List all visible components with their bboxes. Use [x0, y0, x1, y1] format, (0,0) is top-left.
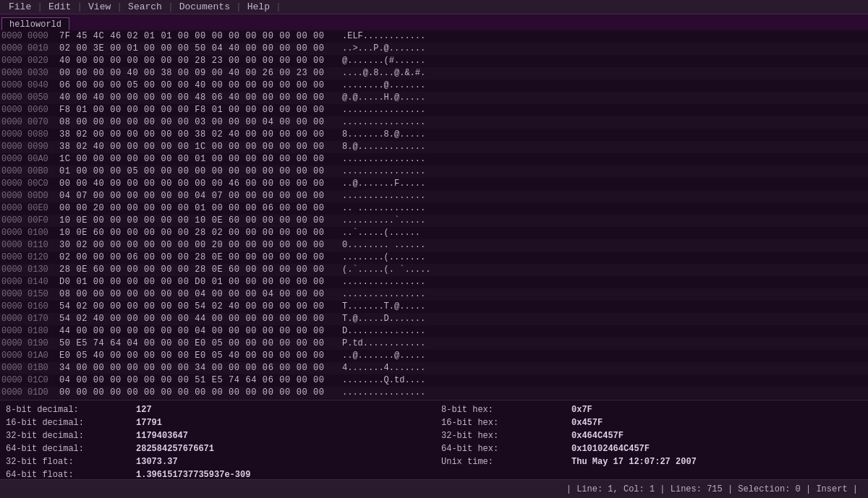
hex-bytes[interactable]: 7F 45 4C 46 02 01 01 00 00 00 00 00 00 0…	[59, 30, 338, 43]
hex-bytes[interactable]: E0 05 40 00 00 00 00 00 E0 05 40 00 00 0…	[59, 350, 338, 362]
hex-row[interactable]: 0000 00D004 07 00 00 00 00 00 00 04 07 0…	[0, 190, 868, 202]
hex-row[interactable]: 0000 00F010 0E 00 00 00 00 00 00 10 0E 6…	[0, 215, 868, 227]
hex-ascii: @.......(#......	[338, 55, 425, 67]
hex-row[interactable]: 0000 010010 0E 60 00 00 00 00 00 28 02 0…	[0, 227, 868, 239]
hex-row[interactable]: 0000 012002 00 00 00 06 00 00 00 28 0E 0…	[0, 252, 868, 264]
hex-row[interactable]: 0000 01D000 00 00 00 00 00 00 00 00 00 0…	[0, 387, 868, 399]
hex-bytes[interactable]: 50 E5 74 64 04 00 00 00 E0 05 00 00 00 0…	[59, 338, 338, 350]
hex-row[interactable]: 0000 00C000 00 40 00 00 00 00 00 00 00 4…	[0, 178, 868, 190]
menu-view[interactable]: View	[82, 0, 116, 14]
hex-ascii: 4.......4.......	[338, 362, 425, 374]
hex-row[interactable]: 0000 00A01C 00 00 00 00 00 00 00 01 00 0…	[0, 153, 868, 166]
hex-bytes[interactable]: 00 00 20 00 00 00 00 00 01 00 00 00 06 0…	[59, 202, 338, 215]
hex-row[interactable]: 0000 004006 00 00 00 05 00 00 00 40 00 0…	[0, 80, 868, 92]
statusbar: | Line: 1, Col: 1 | Lines: 715 | Selecti…	[0, 479, 868, 498]
hex-bytes[interactable]: 08 00 00 00 00 00 00 00 04 00 00 00 04 0…	[59, 288, 338, 301]
hex-bytes[interactable]: 38 02 40 00 00 00 00 00 1C 00 00 00 00 0…	[59, 141, 338, 153]
hex-bytes[interactable]: 00 00 00 00 40 00 38 00 09 00 40 00 26 0…	[59, 67, 338, 80]
hex-bytes[interactable]: 34 00 00 00 00 00 00 00 34 00 00 00 06 0…	[59, 362, 338, 374]
menu-sep-1: |	[37, 0, 43, 14]
hex-bytes[interactable]: D0 01 00 00 00 00 00 00 D0 01 00 00 00 0…	[59, 276, 338, 288]
hex-row[interactable]: 0000 00E000 00 20 00 00 00 00 00 01 00 0…	[0, 202, 868, 215]
hex-bytes[interactable]: 38 02 00 00 00 00 00 00 38 02 40 00 00 0…	[59, 129, 338, 141]
float64-value: 1.396151737735937e-309	[136, 470, 250, 480]
menu-documents[interactable]: Documents	[174, 0, 236, 14]
hex-bytes[interactable]: 54 02 40 00 00 00 00 00 44 00 00 00 00 0…	[59, 313, 338, 325]
bit16-decimal-label: 16-bit decimal:	[6, 418, 136, 428]
hex-bytes[interactable]: 40 00 00 00 00 00 00 00 28 23 00 00 00 0…	[59, 55, 338, 67]
menu-help[interactable]: Help	[242, 0, 276, 14]
hex-bytes[interactable]: 28 0E 60 00 00 00 00 00 28 0E 60 00 00 0…	[59, 264, 338, 276]
hex-ascii: ........Q.td....	[338, 374, 425, 387]
hex-address: 0000 01D0	[1, 387, 59, 399]
bit32-decimal-value: 1179403647	[136, 431, 188, 441]
hex-row[interactable]: 0000 003000 00 00 00 40 00 38 00 09 00 4…	[0, 67, 868, 80]
hex-row[interactable]: 0000 0060F8 01 00 00 00 00 00 00 F8 01 0…	[0, 104, 868, 116]
menu-sep-6: |	[276, 0, 281, 14]
hex-row[interactable]: 0000 01B034 00 00 00 00 00 00 00 34 00 0…	[0, 362, 868, 374]
bit8-decimal-value: 127	[136, 405, 152, 415]
hex-row[interactable]: 0000 013028 0E 60 00 00 00 00 00 28 0E 6…	[0, 264, 868, 276]
menu-file[interactable]: File	[3, 0, 37, 14]
hex-row[interactable]: 0000 01C004 00 00 00 00 00 00 00 51 E5 7…	[0, 374, 868, 387]
hex-address: 0000 0150	[1, 288, 59, 301]
hex-bytes[interactable]: 44 00 00 00 00 00 00 00 04 00 00 00 00 0…	[59, 325, 338, 338]
menu-search[interactable]: Search	[122, 0, 168, 14]
hex-address: 0000 00C0	[1, 178, 59, 190]
hex-bytes[interactable]: 10 0E 00 00 00 00 00 00 10 0E 60 00 00 0…	[59, 215, 338, 227]
hex-address: 0000 00A0	[1, 153, 59, 166]
status-line-label: | Line: 1, Col: 1 | Lines: 715 | Selecti…	[566, 484, 858, 494]
hex-address: 0000 0030	[1, 67, 59, 80]
hex-row[interactable]: 0000 01A0E0 05 40 00 00 00 00 00 E0 05 4…	[0, 350, 868, 362]
hex-row[interactable]: 0000 001002 00 3E 00 01 00 00 00 50 04 4…	[0, 43, 868, 55]
menu-edit[interactable]: Edit	[43, 0, 77, 14]
unix-value: Thu May 17 12:07:27 2007	[571, 457, 697, 467]
hex-ascii: ..@.......@.....	[338, 350, 425, 362]
hex-bytes[interactable]: 02 00 3E 00 01 00 00 00 50 04 40 00 00 0…	[59, 43, 338, 55]
hex-bytes[interactable]: 00 00 40 00 00 00 00 00 00 00 46 00 00 0…	[59, 178, 338, 190]
hex-row[interactable]: 0000 016054 02 00 00 00 00 00 00 54 02 4…	[0, 301, 868, 313]
hex-ascii: T.......T.@.....	[338, 301, 425, 313]
hex-row[interactable]: 0000 019050 E5 74 64 04 00 00 00 E0 05 0…	[0, 338, 868, 350]
hex-row[interactable]: 0000 017054 02 40 00 00 00 00 00 44 00 0…	[0, 313, 868, 325]
hex-row[interactable]: 0000 008038 02 00 00 00 00 00 00 38 02 4…	[0, 129, 868, 141]
hex-bytes[interactable]: 00 00 00 00 00 00 00 00 00 00 00 00 00 0…	[59, 387, 338, 399]
hex-bytes[interactable]: 10 0E 60 00 00 00 00 00 28 02 00 00 00 0…	[59, 227, 338, 239]
hex-row[interactable]: 0000 018044 00 00 00 00 00 00 00 04 00 0…	[0, 325, 868, 338]
menubar: File | Edit | View | Search | Documents …	[0, 0, 868, 14]
hex-ascii: P.td............	[338, 338, 425, 350]
hex-bytes[interactable]: 08 00 00 00 00 00 00 00 03 00 00 00 04 0…	[59, 116, 338, 129]
bit8-hex-value: 0x7F	[571, 405, 592, 415]
hex-ascii: ..........`.....	[338, 215, 425, 227]
hex-bytes[interactable]: 04 07 00 00 00 00 00 00 04 07 00 00 00 0…	[59, 190, 338, 202]
hex-row[interactable]: 0000 011030 02 00 00 00 00 00 00 00 20 0…	[0, 239, 868, 252]
hex-bytes[interactable]: 06 00 00 00 05 00 00 00 40 00 00 00 00 0…	[59, 80, 338, 92]
hex-ascii: @.@.....H.@.....	[338, 92, 425, 104]
hex-bytes[interactable]: 00 00 00 00 00 00 00 00 00 00 00 00 00 0…	[59, 399, 338, 400]
hex-bytes[interactable]: 02 00 00 00 06 00 00 00 28 0E 00 00 00 0…	[59, 252, 338, 264]
hex-bytes[interactable]: 1C 00 00 00 00 00 00 00 01 00 00 00 00 0…	[59, 153, 338, 166]
hex-row[interactable]: 0000 00B001 00 00 00 05 00 00 00 00 00 0…	[0, 166, 868, 178]
tab-helloworld[interactable]: helloworld	[1, 17, 69, 30]
hex-address: 0000 0000	[1, 30, 59, 43]
hex-view: 0000 00007F 45 4C 46 02 01 01 00 00 00 0…	[0, 30, 868, 400]
hex-row[interactable]: 0000 00007F 45 4C 46 02 01 01 00 00 00 0…	[0, 30, 868, 43]
hex-row[interactable]: 0000 005040 00 40 00 00 00 00 00 48 06 4…	[0, 92, 868, 104]
hex-row[interactable]: 0000 015008 00 00 00 00 00 00 00 04 00 0…	[0, 288, 868, 301]
hex-row[interactable]: 0000 009038 02 40 00 00 00 00 00 1C 00 0…	[0, 141, 868, 153]
hex-row[interactable]: 0000 002040 00 00 00 00 00 00 00 28 23 0…	[0, 55, 868, 67]
hex-ascii: ................	[338, 190, 425, 202]
hex-row[interactable]: 0000 007008 00 00 00 00 00 00 00 03 00 0…	[0, 116, 868, 129]
hex-row[interactable]: 0000 0140D0 01 00 00 00 00 00 00 D0 01 0…	[0, 276, 868, 288]
float64-label: 64-bit float:	[6, 470, 136, 480]
hex-bytes[interactable]: 54 02 00 00 00 00 00 00 54 02 40 00 00 0…	[59, 301, 338, 313]
hex-bytes[interactable]: 01 00 00 00 05 00 00 00 00 00 00 00 00 0…	[59, 166, 338, 178]
hex-bytes[interactable]: 40 00 40 00 00 00 00 00 48 06 40 00 00 0…	[59, 92, 338, 104]
hex-row[interactable]: 0000 01E000 00 00 00 00 00 00 00 00 00 0…	[0, 399, 868, 400]
hex-address: 0000 0190	[1, 338, 59, 350]
hex-address: 0000 0170	[1, 313, 59, 325]
hex-bytes[interactable]: 30 02 00 00 00 00 00 00 00 20 00 00 00 0…	[59, 239, 338, 252]
hex-bytes[interactable]: F8 01 00 00 00 00 00 00 F8 01 00 00 00 0…	[59, 104, 338, 116]
status-line: | Line: 1, Col: 1 | Lines: 715 | Selecti…	[562, 480, 862, 498]
hex-bytes[interactable]: 04 00 00 00 00 00 00 00 51 E5 74 64 06 0…	[59, 374, 338, 387]
